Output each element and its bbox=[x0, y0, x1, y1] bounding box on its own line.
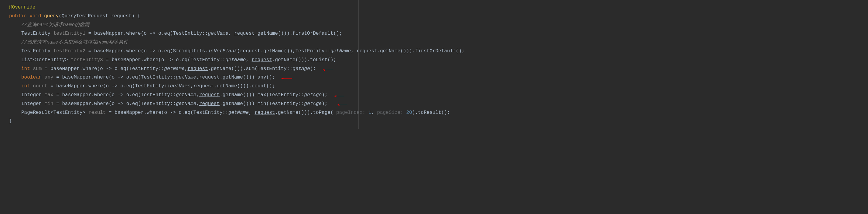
method-call: getName bbox=[223, 75, 243, 80]
type-param: TestEntity bbox=[54, 110, 83, 115]
equals: = bbox=[51, 83, 54, 89]
type-ref: TestEntity bbox=[190, 57, 220, 63]
method-call: where bbox=[144, 57, 158, 63]
method-call: eq bbox=[164, 48, 170, 54]
param-name: request bbox=[111, 14, 131, 19]
code-line: int sum = baseMapper.where(o -> o.eq(Tes… bbox=[3, 64, 868, 73]
method-call: eq bbox=[132, 101, 138, 107]
code-line: List<TestEntity> testEntity3 = baseMappe… bbox=[3, 56, 868, 64]
method-call: getName bbox=[223, 92, 243, 98]
colon2: :: bbox=[298, 101, 304, 107]
code-line: boolean any = baseMapper.where(o -> o.eq… bbox=[3, 73, 868, 82]
ref: baseMapper bbox=[94, 31, 123, 36]
lambda-body: o bbox=[126, 92, 129, 98]
keyword-boolean: boolean bbox=[21, 75, 41, 80]
annotation-override: @Override bbox=[9, 5, 35, 10]
type: TestEntity bbox=[21, 48, 51, 54]
number-literal: 20 bbox=[406, 110, 412, 115]
ref: baseMapper bbox=[62, 101, 91, 107]
method-call: eq bbox=[182, 57, 187, 63]
method-call: getName bbox=[223, 101, 243, 107]
method-call: where bbox=[126, 48, 141, 54]
code-line: TestEntity testEntity1 = baseMapper.wher… bbox=[3, 29, 868, 38]
type-ref: TestEntity bbox=[141, 92, 170, 98]
type-param: TestEntity bbox=[36, 57, 65, 63]
method-call: where bbox=[94, 75, 109, 80]
method-call: toResult bbox=[418, 110, 441, 115]
method-call: sum bbox=[246, 66, 254, 72]
type-ref: TestEntity bbox=[141, 75, 170, 80]
ref: baseMapper bbox=[94, 48, 123, 54]
type: Integer bbox=[21, 92, 41, 98]
param-ref: request bbox=[199, 92, 220, 98]
lambda-body: o bbox=[115, 66, 118, 72]
method-call: getName bbox=[275, 57, 295, 63]
arrow: -> bbox=[150, 48, 155, 54]
variable: count bbox=[33, 83, 48, 89]
ref: baseMapper bbox=[56, 83, 85, 89]
colon2: :: bbox=[220, 57, 225, 63]
method-ref: getName bbox=[164, 66, 185, 72]
type-ref: TestEntity bbox=[296, 48, 325, 54]
method-ref: getName bbox=[176, 92, 196, 98]
ref: baseMapper bbox=[115, 110, 144, 115]
type-ref: TestEntity bbox=[257, 66, 287, 72]
variable: any bbox=[44, 75, 54, 80]
lambda-param: o bbox=[161, 57, 164, 63]
arrow: -> bbox=[170, 110, 176, 115]
colon2: :: bbox=[298, 92, 304, 98]
type-ref: TestEntity bbox=[141, 101, 170, 107]
method-call: any bbox=[257, 75, 266, 80]
lambda-body: o bbox=[158, 48, 161, 54]
variable: max bbox=[44, 92, 54, 98]
keyword-void: void bbox=[29, 14, 41, 19]
method-call: where bbox=[126, 31, 141, 36]
colon2: :: bbox=[287, 66, 292, 72]
method-call: getName bbox=[263, 48, 284, 54]
param-ref: request bbox=[193, 83, 214, 89]
method-call: where bbox=[94, 101, 109, 107]
close-brace: } bbox=[9, 118, 12, 124]
lambda-param: o bbox=[112, 101, 115, 107]
method-call: isNotBlank bbox=[208, 48, 237, 54]
comment: //查询name为请求name的数据 bbox=[21, 22, 89, 28]
comment: //如果请求name不为空那么就添加name相等条件 bbox=[21, 39, 128, 45]
equals: = bbox=[56, 92, 59, 98]
type-ref: TestEntity bbox=[193, 110, 223, 115]
colon2: :: bbox=[170, 101, 176, 107]
ref: baseMapper bbox=[112, 57, 141, 63]
method-ref: getName bbox=[331, 48, 351, 54]
variable: testEntity3 bbox=[71, 57, 103, 63]
arrow: -> bbox=[106, 66, 112, 72]
equals: = bbox=[56, 75, 59, 80]
code-line: //如果请求name不为空那么就添加name相等条件 bbox=[3, 38, 868, 47]
code-line: } bbox=[3, 117, 868, 126]
colon2: :: bbox=[325, 48, 331, 54]
param-ref: request bbox=[356, 48, 377, 54]
code-line: Integer min = baseMapper.where(o -> o.eq… bbox=[3, 100, 868, 108]
param-ref: request bbox=[234, 31, 254, 36]
type: PageResult bbox=[21, 110, 51, 115]
keyword-public: public bbox=[9, 14, 27, 19]
arrow: -> bbox=[118, 75, 123, 80]
lambda-body: o bbox=[176, 57, 179, 63]
colon2: :: bbox=[170, 75, 176, 80]
method-call: getName bbox=[211, 66, 231, 72]
variable: testEntity2 bbox=[54, 48, 86, 54]
arrow: -> bbox=[118, 101, 123, 107]
arrow: -> bbox=[167, 57, 173, 63]
code-line: public void query(QueryTestRequest reque… bbox=[3, 12, 868, 21]
lambda-param: o bbox=[106, 83, 109, 89]
code-line: int count = baseMapper.where(o -> o.eq(T… bbox=[3, 82, 868, 91]
code-line: PageResult<TestEntity> result = baseMapp… bbox=[3, 108, 868, 117]
method-ref: getName bbox=[170, 83, 190, 89]
keyword-int: int bbox=[21, 66, 30, 72]
colon2: :: bbox=[158, 66, 164, 72]
type-ref: StringUtils bbox=[173, 48, 205, 54]
method-call: getName bbox=[278, 110, 298, 115]
variable: testEntity1 bbox=[54, 31, 86, 36]
method-call: toPage bbox=[313, 110, 331, 115]
method-call: where bbox=[88, 83, 103, 89]
equals: = bbox=[44, 66, 48, 72]
ref: baseMapper bbox=[51, 66, 80, 72]
